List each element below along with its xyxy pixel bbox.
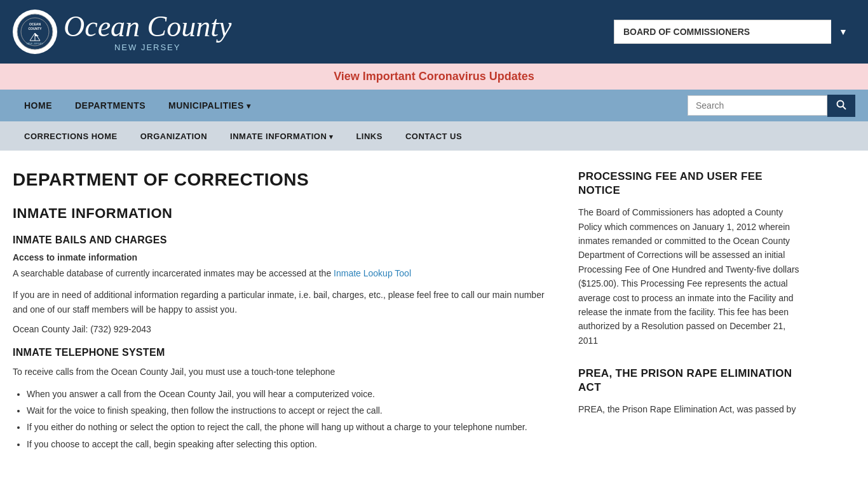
sidebar-section-1-title: PROCESSING FEE AND USER FEE NOTICE bbox=[578, 170, 807, 198]
sub-section-telephone-title: INMATE TELEPHONE SYSTEM bbox=[13, 347, 559, 358]
subnav-links[interactable]: LINKS bbox=[344, 123, 394, 150]
access-text-2: If you are in need of additional informa… bbox=[13, 288, 559, 316]
svg-point-8 bbox=[837, 100, 844, 107]
header-right: BOARD OF COMMISSIONERS bbox=[614, 20, 855, 44]
main-content: DEPARTMENT OF CORRECTIONS INMATE INFORMA… bbox=[13, 170, 559, 459]
search-icon bbox=[836, 100, 846, 110]
telephone-intro: To receive calls from the Ocean County J… bbox=[13, 365, 559, 379]
subnav-contact-us[interactable]: CONTACT US bbox=[394, 123, 473, 150]
corona-link[interactable]: View Important Coronavirus Updates bbox=[334, 70, 534, 83]
list-item: Wait for the voice to finish speaking, t… bbox=[27, 403, 559, 417]
corona-banner: View Important Coronavirus Updates bbox=[0, 64, 868, 90]
board-dropdown-wrapper[interactable]: BOARD OF COMMISSIONERS bbox=[614, 20, 855, 44]
board-dropdown[interactable]: BOARD OF COMMISSIONERS bbox=[614, 20, 855, 44]
search-area bbox=[688, 95, 855, 117]
site-header: OCEAN COUNTY NEW JERSEY Ocean County NEW… bbox=[0, 0, 868, 64]
nav-departments[interactable]: DEPARTMENTS bbox=[64, 92, 157, 119]
sidebar-section-2-body: PREA, the Prison Rape Elimination Act, w… bbox=[578, 402, 807, 416]
sidebar-section-2-title: PREA, THE PRISON RAPE ELIMINATION ACT bbox=[578, 367, 807, 395]
page-title: DEPARTMENT OF CORRECTIONS bbox=[13, 170, 559, 190]
svg-text:COUNTY: COUNTY bbox=[28, 27, 42, 30]
logo-title: Ocean County bbox=[64, 12, 231, 41]
nav-home[interactable]: HOME bbox=[13, 92, 64, 119]
svg-text:NEW JERSEY: NEW JERSEY bbox=[27, 42, 43, 45]
inmate-lookup-link[interactable]: Inmate Lookup Tool bbox=[334, 268, 411, 278]
logo-seal: OCEAN COUNTY NEW JERSEY bbox=[13, 10, 57, 54]
list-item: If you choose to accept the call, begin … bbox=[27, 437, 559, 451]
sub-section-bails-title: INMATE BAILS AND CHARGES bbox=[13, 234, 559, 246]
logo-area: OCEAN COUNTY NEW JERSEY Ocean County NEW… bbox=[13, 10, 231, 54]
subnav-corrections-home[interactable]: CORRECTIONS HOME bbox=[13, 123, 129, 150]
sidebar: PROCESSING FEE AND USER FEE NOTICE The B… bbox=[578, 170, 807, 459]
sub-navigation: CORRECTIONS HOME ORGANIZATION INMATE INF… bbox=[0, 121, 868, 151]
access-label: Access to inmate information bbox=[13, 252, 559, 262]
search-button[interactable] bbox=[827, 95, 855, 117]
list-item: When you answer a call from the Ocean Co… bbox=[27, 387, 559, 401]
logo-subtitle: NEW JERSEY bbox=[64, 43, 231, 52]
nav-municipalities[interactable]: MUNICIPALITIES bbox=[157, 92, 262, 119]
sidebar-section-1-body: The Board of Commissioners has adopted a… bbox=[578, 205, 807, 348]
main-navigation: HOME DEPARTMENTS MUNICIPALITIES bbox=[0, 90, 868, 121]
sidebar-section-processing-fee: PROCESSING FEE AND USER FEE NOTICE The B… bbox=[578, 170, 807, 348]
search-input[interactable] bbox=[688, 95, 827, 116]
svg-text:OCEAN: OCEAN bbox=[29, 22, 41, 26]
list-item: If you either do nothing or select the o… bbox=[27, 420, 559, 434]
main-nav-links: HOME DEPARTMENTS MUNICIPALITIES bbox=[13, 92, 688, 119]
phone-text: Ocean County Jail: (732) 929-2043 bbox=[13, 324, 559, 334]
access-text-1: A searchable database of currently incar… bbox=[13, 266, 559, 280]
content-wrapper: DEPARTMENT OF CORRECTIONS INMATE INFORMA… bbox=[0, 151, 868, 478]
logo-text: Ocean County NEW JERSEY bbox=[64, 12, 231, 52]
subnav-organization[interactable]: ORGANIZATION bbox=[129, 123, 219, 150]
section-title: INMATE INFORMATION bbox=[13, 205, 559, 222]
sidebar-section-prea: PREA, THE PRISON RAPE ELIMINATION ACT PR… bbox=[578, 367, 807, 417]
svg-line-9 bbox=[843, 106, 846, 109]
subnav-inmate-information[interactable]: INMATE INFORMATION bbox=[219, 123, 344, 150]
telephone-bullet-list: When you answer a call from the Ocean Co… bbox=[27, 387, 559, 452]
